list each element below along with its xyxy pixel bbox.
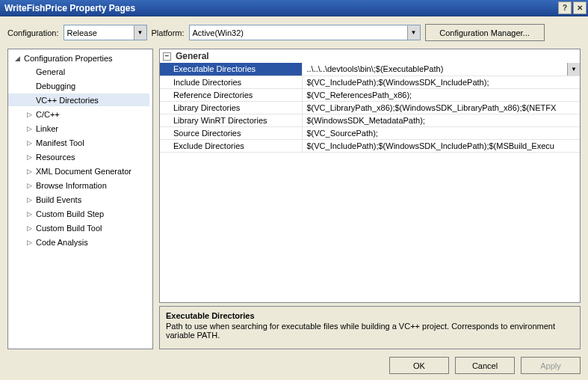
tree-item[interactable]: ▷Manifest Tool xyxy=(8,136,149,149)
property-name: Library WinRT Directories xyxy=(160,114,302,126)
platform-label: Platform: xyxy=(152,28,185,37)
help-button[interactable]: ? xyxy=(558,1,572,14)
tree-item-label: Debugging xyxy=(34,82,78,91)
tree-item[interactable]: ▷Linker xyxy=(8,122,149,135)
tree-item-label: Browse Information xyxy=(34,181,109,190)
property-value[interactable]: $(VC_SourcePath); xyxy=(302,126,580,139)
expander-closed-icon[interactable]: ▷ xyxy=(25,239,34,246)
expander-closed-icon[interactable]: ▷ xyxy=(25,224,34,232)
chevron-down-icon[interactable]: ▼ xyxy=(567,63,580,76)
property-name: Exclude Directories xyxy=(160,139,302,152)
tree-item-label: Resources xyxy=(34,153,78,162)
property-row[interactable]: Exclude Directories$(VC_IncludePath);$(W… xyxy=(160,139,580,152)
property-value[interactable]: $(VC_IncludePath);$(WindowsSDK_IncludePa… xyxy=(302,76,580,88)
property-name: Include Directories xyxy=(160,76,302,88)
ok-button[interactable]: OK xyxy=(389,357,449,374)
config-toolbar: Configuration: Release ▼ Platform: Activ… xyxy=(7,24,581,41)
titlebar: WriteFishPrice Property Pages ? ✕ xyxy=(0,0,588,16)
expander-closed-icon[interactable]: ▷ xyxy=(25,182,34,189)
chevron-down-icon[interactable]: ▼ xyxy=(407,25,420,40)
property-value[interactable]: ..\..\..\devtools\bin\;$(ExecutablePath)… xyxy=(302,63,580,76)
tree-item[interactable]: ▷Code Analysis xyxy=(8,236,149,248)
description-title: Executable Directories xyxy=(166,311,574,320)
expander-closed-icon[interactable]: ▷ xyxy=(25,153,34,161)
property-name: Reference Directories xyxy=(160,88,302,101)
tree-item-label: C/C++ xyxy=(34,110,62,119)
tree-item-label: Manifest Tool xyxy=(34,138,87,147)
tree-root[interactable]: ◢ Configuration Properties xyxy=(8,52,151,64)
property-value[interactable]: $(VC_ReferencesPath_x86); xyxy=(302,88,580,101)
tree-item[interactable]: VC++ Directories xyxy=(8,94,149,106)
tree-item-label: Linker xyxy=(34,124,61,133)
configuration-manager-button[interactable]: Configuration Manager... xyxy=(425,24,545,41)
cancel-button[interactable]: Cancel xyxy=(455,357,515,374)
chevron-down-icon[interactable]: ▼ xyxy=(134,25,146,40)
expander-closed-icon[interactable]: ▷ xyxy=(25,168,34,175)
property-value[interactable]: $(VC_IncludePath);$(WindowsSDK_IncludePa… xyxy=(302,139,580,152)
description-body: Path to use when searching for executabl… xyxy=(166,322,574,340)
expander-closed-icon[interactable]: ▷ xyxy=(25,125,34,132)
tree-item-label: Code Analysis xyxy=(34,238,90,247)
expander-closed-icon[interactable]: ▷ xyxy=(25,196,34,203)
platform-combo[interactable]: Active(Win32) ▼ xyxy=(189,25,421,40)
collapse-icon[interactable]: − xyxy=(163,52,171,61)
tree-item-label: Custom Build Tool xyxy=(34,224,104,233)
property-name: Executable Directories xyxy=(160,63,302,76)
apply-button[interactable]: Apply xyxy=(521,357,581,374)
tree-item[interactable]: ▷Resources xyxy=(8,150,149,163)
property-row[interactable]: Executable Directories..\..\..\devtools\… xyxy=(160,63,580,76)
property-name: Library Directories xyxy=(160,101,302,114)
property-row[interactable]: Library Directories$(VC_LibraryPath_x86)… xyxy=(160,101,580,114)
group-header: − General xyxy=(160,49,580,63)
tree-item[interactable]: ▷Custom Build Step xyxy=(8,207,149,220)
close-button[interactable]: ✕ xyxy=(573,1,587,14)
property-grid[interactable]: − General Executable Directories..\..\..… xyxy=(159,49,581,303)
property-name: Source Directories xyxy=(160,126,302,139)
tree-item[interactable]: ▷Build Events xyxy=(8,193,149,206)
property-value[interactable]: $(VC_LibraryPath_x86);$(WindowsSDK_Libra… xyxy=(302,101,580,114)
description-panel: Executable Directories Path to use when … xyxy=(159,306,581,349)
property-row[interactable]: Source Directories$(VC_SourcePath); xyxy=(160,126,580,139)
tree-item[interactable]: Debugging xyxy=(8,79,149,92)
window-title: WriteFishPrice Property Pages xyxy=(4,3,135,13)
dialog-buttons: OK Cancel Apply xyxy=(7,349,581,374)
configuration-label: Configuration: xyxy=(7,28,59,37)
tree-item[interactable]: General xyxy=(8,65,149,78)
configuration-combo[interactable]: Release ▼ xyxy=(64,25,147,40)
tree-item-label: Build Events xyxy=(34,195,84,204)
tree-item[interactable]: ▷C/C++ xyxy=(8,108,149,120)
tree-item-label: General xyxy=(34,67,67,76)
tree-view[interactable]: ◢ Configuration Properties GeneralDebugg… xyxy=(7,49,153,349)
property-row[interactable]: Reference Directories$(VC_ReferencesPath… xyxy=(160,88,580,101)
tree-item[interactable]: ▷XML Document Generator xyxy=(8,165,149,177)
property-row[interactable]: Library WinRT Directories$(WindowsSDK_Me… xyxy=(160,114,580,126)
tree-item[interactable]: ▷Custom Build Tool xyxy=(8,221,149,234)
property-value[interactable]: $(WindowsSDK_MetadataPath); xyxy=(302,114,580,126)
tree-item-label: Custom Build Step xyxy=(34,209,106,218)
expander-closed-icon[interactable]: ▷ xyxy=(25,210,34,218)
expander-closed-icon[interactable]: ▷ xyxy=(25,111,34,118)
tree-item-label: XML Document Generator xyxy=(34,167,134,176)
tree-item-label: VC++ Directories xyxy=(34,96,101,105)
expander-open-icon[interactable]: ◢ xyxy=(13,55,22,62)
property-row[interactable]: Include Directories$(VC_IncludePath);$(W… xyxy=(160,76,580,88)
tree-item[interactable]: ▷Browse Information xyxy=(8,179,149,191)
expander-closed-icon[interactable]: ▷ xyxy=(25,139,34,147)
